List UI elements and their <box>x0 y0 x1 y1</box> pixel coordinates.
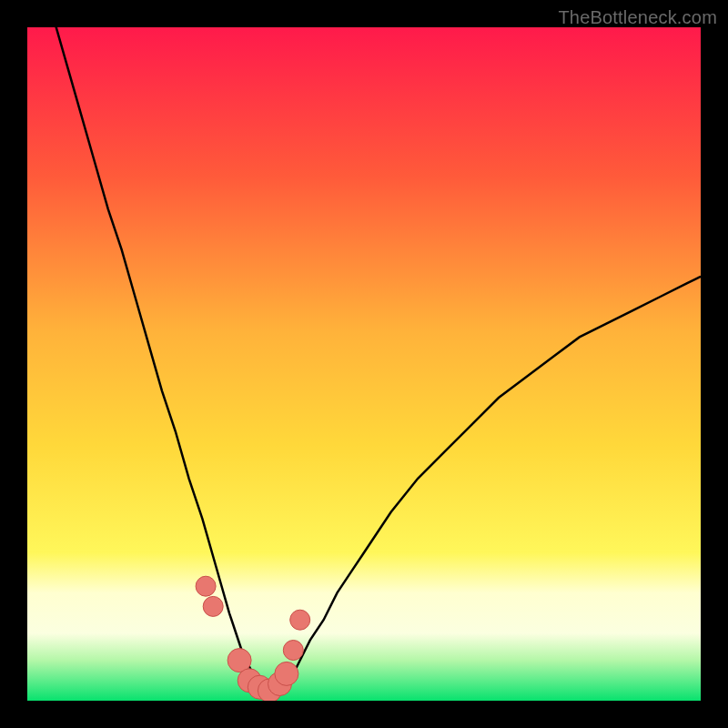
gradient-background <box>27 27 701 701</box>
data-marker <box>196 576 216 596</box>
watermark-text: TheBottleneck.com <box>558 7 717 28</box>
data-marker <box>290 610 310 630</box>
data-marker <box>203 596 223 616</box>
data-marker <box>283 641 303 661</box>
data-marker <box>275 662 298 685</box>
plot-area <box>27 27 701 701</box>
chart-container: TheBottleneck.com <box>0 0 728 728</box>
bottleneck-curve-chart <box>27 27 701 701</box>
